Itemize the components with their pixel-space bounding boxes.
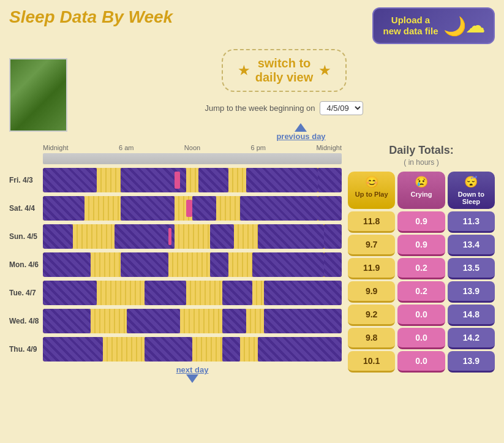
cell-play-1: 9.7	[348, 235, 395, 256]
upload-button[interactable]: Upload a new data file 🌙☁	[372, 7, 495, 44]
prev-day-arrow[interactable]	[295, 123, 307, 132]
col-sleep-label: Down to Sleep	[450, 191, 492, 205]
play-face-icon: 😊	[365, 175, 378, 189]
chart-row-tue: Tue. 4/7	[9, 280, 342, 306]
totals-header-row: 😊 Up to Play 😢 Crying 😴 Down to Sleep	[348, 172, 495, 209]
cell-cry-0: 0.9	[397, 211, 445, 233]
time-labels-row: Midnight 6 am Noon 6 pm Midnight	[9, 144, 342, 153]
cell-cry-2: 0.2	[397, 258, 445, 279]
cell-play-3: 9.9	[348, 281, 395, 303]
jump-label: Jump to the week beginning on	[205, 104, 315, 113]
cell-sleep-2: 13.5	[448, 258, 495, 279]
cell-play-2: 11.9	[348, 258, 395, 279]
chart-row-fri: Fri. 4/3	[9, 167, 342, 193]
day-label-tue: Tue. 4/7	[9, 289, 43, 297]
totals-subtitle: ( in hours )	[348, 158, 495, 167]
timeline-header-bar	[43, 153, 342, 164]
prev-day-nav[interactable]: previous day	[276, 123, 325, 141]
next-day-arrow[interactable]	[186, 374, 198, 383]
sleep-face-icon: 😴	[464, 175, 478, 189]
sleep-chart: Midnight 6 am Noon 6 pm Midnight Fri. 4/…	[9, 144, 342, 383]
cell-sleep-6: 13.9	[448, 351, 495, 373]
day-label-sat: Sat. 4/4	[9, 204, 43, 213]
day-bar-wed	[43, 309, 342, 333]
cell-sleep-5: 14.2	[448, 328, 495, 349]
daily-totals-panel: Daily Totals: ( in hours ) 😊 Up to Play …	[348, 144, 495, 383]
day-label-thu: Thu. 4/9	[9, 345, 43, 354]
time-midnight-start: Midnight	[43, 144, 69, 151]
upload-label: Upload a new data file	[383, 15, 438, 37]
chart-row-mon: Mon. 4/6	[9, 252, 342, 278]
data-row: 10.1 0.0 13.9	[348, 351, 495, 373]
time-noon: Noon	[184, 144, 200, 151]
col-header-play: 😊 Up to Play	[348, 172, 395, 209]
day-label-mon: Mon. 4/6	[9, 260, 43, 269]
day-bar-mon	[43, 252, 342, 277]
page-title: Sleep Data By Week	[9, 7, 173, 27]
cell-play-5: 9.8	[348, 328, 395, 349]
day-label-fri: Fri. 4/3	[9, 176, 43, 184]
cell-sleep-4: 14.8	[448, 305, 495, 326]
day-label-sun: Sun. 4/5	[9, 232, 43, 241]
data-row: 9.2 0.0 14.8	[348, 305, 495, 326]
data-row: 9.8 0.0 14.2	[348, 328, 495, 349]
time-6pm: 6 pm	[251, 144, 266, 151]
cell-sleep-0: 11.3	[448, 211, 495, 233]
cell-play-4: 9.2	[348, 305, 395, 326]
cell-cry-1: 0.9	[397, 235, 445, 256]
baby-photo	[9, 58, 67, 132]
data-row: 9.9 0.2 13.9	[348, 281, 495, 303]
cell-cry-5: 0.0	[397, 328, 445, 349]
cell-sleep-3: 13.9	[448, 281, 495, 303]
next-day-nav[interactable]: next day	[43, 365, 342, 383]
star-left-icon: ★	[238, 63, 249, 78]
day-bar-fri	[43, 168, 342, 192]
moon-cloud-icon: 🌙☁	[443, 15, 484, 37]
cell-play-6: 10.1	[348, 351, 395, 373]
cell-sleep-1: 13.4	[448, 235, 495, 256]
date-select[interactable]: 4/5/09	[320, 101, 363, 115]
time-6am: 6 am	[119, 144, 134, 151]
cell-cry-3: 0.2	[397, 281, 445, 303]
col-cry-label: Crying	[411, 191, 432, 198]
chart-row-sun: Sun. 4/5	[9, 224, 342, 249]
next-day-label[interactable]: next day	[176, 365, 209, 374]
time-midnight-end: Midnight	[316, 144, 342, 151]
day-bar-tue	[43, 281, 342, 305]
jump-to-week-row: Jump to the week beginning on 4/5/09	[205, 101, 364, 115]
star-right-icon: ★	[319, 63, 330, 78]
chart-row-wed: Wed. 4/8	[9, 308, 342, 334]
data-row: 9.7 0.9 13.4	[348, 235, 495, 256]
cry-face-icon: 😢	[415, 175, 428, 189]
day-bar-sat	[43, 196, 342, 221]
day-label-wed: Wed. 4/8	[9, 317, 43, 325]
cell-cry-4: 0.0	[397, 305, 445, 326]
col-header-cry: 😢 Crying	[397, 172, 445, 209]
chart-row-sat: Sat. 4/4	[9, 195, 342, 221]
totals-title: Daily Totals:	[348, 144, 495, 157]
data-rows-container: 11.8 0.9 11.3 9.7 0.9 13.4 11.9 0.2 13.5…	[348, 211, 495, 373]
cell-play-0: 11.8	[348, 211, 395, 233]
switch-daily-button[interactable]: ★ switch to daily view ★	[222, 49, 347, 92]
cell-cry-6: 0.0	[397, 351, 445, 373]
col-header-sleep: 😴 Down to Sleep	[448, 172, 495, 209]
chart-row-thu: Thu. 4/9	[9, 336, 342, 362]
switch-label: switch to daily view	[255, 56, 314, 85]
data-row: 11.9 0.2 13.5	[348, 258, 495, 279]
col-play-label: Up to Play	[355, 191, 388, 198]
data-row: 11.8 0.9 11.3	[348, 211, 495, 233]
day-bar-thu	[43, 337, 342, 362]
prev-day-label[interactable]: previous day	[276, 132, 325, 141]
day-bar-sun	[43, 224, 342, 249]
